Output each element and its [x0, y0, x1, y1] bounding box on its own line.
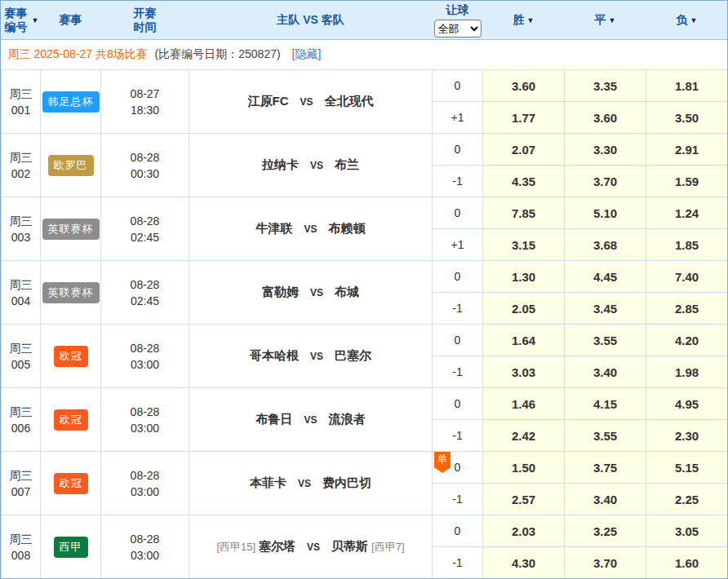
away-team[interactable]: 布城: [335, 285, 359, 298]
away-team[interactable]: 布兰: [335, 157, 359, 171]
odds-cell-draw[interactable]: 3.30: [565, 134, 646, 166]
competition-badge[interactable]: 欧罗巴: [48, 155, 94, 176]
odds-cell-win[interactable]: 2.05: [483, 293, 565, 325]
match-number: 003: [2, 229, 40, 245]
odds-cell-win[interactable]: 2.57: [483, 484, 565, 515]
odds-cell-draw[interactable]: 3.25: [565, 515, 646, 547]
odds-cell-draw[interactable]: 3.55: [565, 420, 646, 452]
home-team[interactable]: 本菲卡: [250, 475, 286, 489]
odds-cell-win[interactable]: 1.64: [483, 325, 565, 356]
odds-cell-draw[interactable]: 3.60: [565, 102, 646, 134]
teams-cell[interactable]: 拉纳卡VS布兰: [189, 134, 433, 197]
odds-cell-win[interactable]: 3.03: [483, 356, 565, 388]
odds-cell-draw[interactable]: 3.70: [565, 166, 646, 197]
odds-cell-lose[interactable]: 2.30: [646, 420, 728, 452]
home-team[interactable]: 塞尔塔: [259, 539, 295, 553]
competition-badge[interactable]: 欧冠: [54, 409, 88, 431]
odds-cell-lose[interactable]: 4.20: [646, 325, 728, 356]
odds-cell-lose[interactable]: 2.91: [646, 134, 728, 166]
odds-cell-win[interactable]: 1.46: [483, 388, 565, 420]
teams-cell[interactable]: 本菲卡VS费内巴切: [189, 452, 433, 515]
away-team[interactable]: 贝蒂斯: [331, 539, 368, 553]
odds-cell-lose[interactable]: 1.60: [646, 547, 728, 579]
odds-cell-win[interactable]: 1.30: [483, 261, 565, 293]
odds-cell-lose[interactable]: 1.24: [646, 197, 728, 229]
handicap-cell: -1: [433, 293, 483, 325]
odds-cell-draw[interactable]: 5.10: [565, 197, 646, 229]
away-team[interactable]: 费内巴切: [322, 475, 371, 489]
odds-cell-draw[interactable]: 3.68: [565, 229, 646, 261]
odds-cell-lose[interactable]: 3.05: [646, 515, 728, 547]
away-team[interactable]: 全北现代: [325, 94, 374, 108]
teams-cell[interactable]: 哥本哈根VS巴塞尔: [189, 325, 433, 388]
odds-cell-draw[interactable]: 3.45: [565, 293, 646, 325]
competition-badge[interactable]: 欧冠: [54, 346, 88, 367]
handicap-cell: -1: [433, 484, 483, 515]
odds-cell-lose[interactable]: 2.85: [646, 293, 728, 325]
odds-cell-lose[interactable]: 1.98: [646, 356, 728, 388]
match-number: 005: [2, 356, 40, 373]
teams-cell[interactable]: [西甲15]塞尔塔VS贝蒂斯[西甲7]: [189, 515, 433, 579]
home-team[interactable]: 牛津联: [255, 221, 292, 235]
home-team[interactable]: 布鲁日: [255, 412, 292, 426]
away-team[interactable]: 巴塞尔: [335, 348, 371, 362]
handicap-filter-select[interactable]: 全部: [434, 20, 482, 38]
match-time: 03:00: [101, 484, 189, 500]
odds-cell-lose[interactable]: 5.15: [646, 452, 728, 484]
odds-cell-lose[interactable]: 3.50: [646, 102, 728, 134]
away-team[interactable]: 布赖顿: [329, 221, 366, 235]
competition-badge[interactable]: 西甲: [54, 537, 88, 558]
teams-cell[interactable]: 牛津联VS布赖顿: [189, 197, 433, 261]
odds-cell-draw[interactable]: 3.70: [565, 547, 646, 579]
competition-badge[interactable]: 英联赛杯: [42, 282, 100, 303]
home-team[interactable]: 哥本哈根: [250, 348, 299, 362]
sort-arrow-icon[interactable]: ▼: [609, 16, 616, 24]
odds-cell-lose[interactable]: 1.85: [646, 229, 728, 261]
odds-cell-draw[interactable]: 3.75: [565, 452, 646, 484]
odds-cell-win[interactable]: 2.07: [483, 134, 565, 166]
home-team[interactable]: 江原FC: [247, 94, 288, 108]
odds-cell-win[interactable]: 3.15: [483, 229, 565, 261]
odds-cell-win[interactable]: 7.85: [483, 197, 565, 229]
odds-cell-draw[interactable]: 3.40: [565, 484, 646, 515]
odds-cell-draw[interactable]: 3.55: [565, 325, 646, 356]
competition-badge[interactable]: 欧冠: [54, 473, 88, 494]
odds-cell-win[interactable]: 4.30: [483, 547, 565, 579]
teams-cell[interactable]: 富勒姆VS布城: [189, 261, 433, 325]
vs-label: VS: [298, 478, 311, 489]
odds-cell-lose[interactable]: 7.40: [646, 261, 728, 293]
start-time-cell: 08-28 03:00: [101, 325, 189, 388]
odds-cell-draw[interactable]: 3.40: [565, 356, 646, 388]
hide-link[interactable]: [隐藏]: [292, 47, 322, 60]
column-header-draw[interactable]: 平▼: [565, 2, 646, 40]
odds-cell-lose[interactable]: 1.59: [646, 166, 728, 197]
column-header-match-no[interactable]: 赛事编号▼: [2, 2, 41, 40]
odds-cell-lose[interactable]: 4.95: [646, 388, 728, 420]
column-header-lose[interactable]: 负▼: [646, 2, 728, 40]
competition-badge[interactable]: 韩足总杯: [42, 91, 100, 113]
sort-arrow-icon[interactable]: ▼: [32, 16, 39, 24]
competition-badge[interactable]: 英联赛杯: [42, 219, 100, 240]
sort-arrow-icon[interactable]: ▼: [690, 16, 698, 24]
odds-cell-draw[interactable]: 4.15: [565, 388, 646, 420]
odds-cell-lose[interactable]: 2.25: [646, 484, 728, 515]
home-team[interactable]: 拉纳卡: [262, 157, 299, 171]
odds-cell-win[interactable]: 1.50: [483, 452, 565, 484]
odds-cell-win[interactable]: 3.60: [483, 70, 565, 102]
match-date: 08-27: [101, 86, 189, 102]
odds-cell-win[interactable]: 2.42: [483, 420, 565, 452]
odds-cell-win[interactable]: 1.77: [483, 102, 565, 134]
vs-label: VS: [300, 96, 313, 108]
odds-cell-win[interactable]: 2.03: [483, 515, 565, 547]
away-team[interactable]: 流浪者: [329, 412, 366, 426]
odds-cell-lose[interactable]: 1.81: [646, 70, 728, 102]
odds-cell-win[interactable]: 4.35: [483, 166, 565, 197]
teams-cell[interactable]: 江原FCVS全北现代: [189, 70, 433, 134]
column-header-win[interactable]: 胜▼: [483, 2, 565, 40]
odds-cell-draw[interactable]: 4.45: [565, 261, 646, 293]
sort-arrow-icon[interactable]: ▼: [527, 16, 535, 24]
odds-cell-draw[interactable]: 3.35: [565, 70, 646, 102]
teams-cell[interactable]: 布鲁日VS流浪者: [189, 388, 433, 452]
home-team[interactable]: 富勒姆: [262, 285, 299, 298]
match-date: 08-28: [101, 467, 189, 484]
